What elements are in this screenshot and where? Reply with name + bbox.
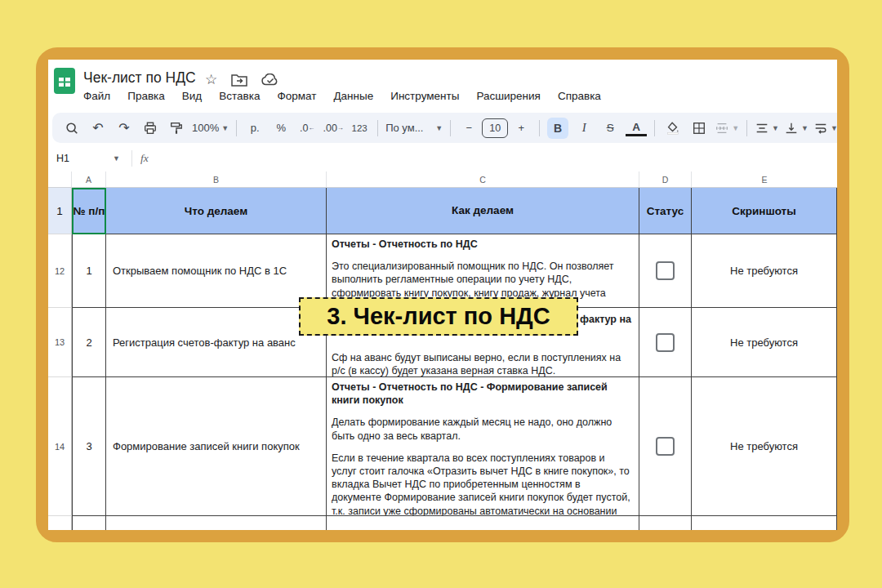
chevron-down-icon: ▼ [772,124,779,132]
italic-button[interactable]: I [573,118,595,139]
menu-tools[interactable]: Инструменты [390,90,459,102]
cell-c12-paragraph: Это специализированный помощник по НДС. … [332,260,630,300]
col-header-a[interactable]: A [72,172,106,188]
menu-format[interactable]: Формат [277,90,316,102]
decrease-decimals-button[interactable]: .0← [296,118,318,139]
cell-b15[interactable] [106,516,327,530]
decrease-font-size-button[interactable]: − [458,118,479,139]
row-header-1[interactable]: 1 [48,188,72,234]
cell-e14[interactable]: Не требуются [692,377,837,516]
cell-d1[interactable]: Статус [639,188,692,234]
cell-b1[interactable]: Что делаем [106,188,327,234]
cell-d14[interactable] [639,377,692,516]
cell-c1[interactable]: Как делаем [327,188,639,234]
column-headers: A B C D E [48,172,837,188]
row-header-12[interactable]: 12 [48,234,72,308]
document-title[interactable]: Чек-лист по НДС [83,69,196,87]
bold-button[interactable]: B [547,118,568,139]
cell-d12[interactable] [639,234,692,308]
cell-name-box[interactable]: H1 ▼ [48,153,120,164]
currency-format-button[interactable]: р. [244,118,265,139]
cell-a12[interactable]: 1 [72,234,106,308]
more-formats-button[interactable]: 123 [349,118,370,139]
cell-e1[interactable]: Скриншоты [692,188,837,234]
font-size-input[interactable]: 10 [482,118,508,138]
star-icon[interactable]: ☆ [205,71,217,88]
move-folder-icon[interactable] [231,74,247,87]
undo-button[interactable]: ↶ [87,118,109,139]
fill-color-button[interactable] [662,118,684,139]
cell-e12[interactable]: Не требуются [692,234,837,308]
decrease-decimals-icon: .0 [300,122,308,134]
cell-b14[interactable]: Формирование записей книги покупок [106,377,327,516]
col-header-b[interactable]: B [106,172,327,188]
menu-edit[interactable]: Правка [127,90,165,102]
row-header-14[interactable]: 14 [48,377,72,516]
cell-b12[interactable]: Открываем помощник по НДС в 1С [106,234,327,308]
slide-title-overlay: 3. Чек-лист по НДС [299,297,578,336]
row-header-15[interactable] [48,516,72,530]
cell-b13[interactable]: Регистрация счетов-фактур на аванс [106,308,327,377]
increase-font-size-button[interactable]: + [510,118,532,139]
formula-input[interactable] [149,145,837,172]
menu-view[interactable]: Вид [182,90,202,102]
status-checkbox-14[interactable] [656,437,675,456]
col-header-c[interactable]: C [327,172,639,188]
paint-format-button[interactable] [166,118,187,139]
menu-extensions[interactable]: Расширения [476,90,541,102]
chevron-down-icon: ▼ [831,124,837,132]
font-select[interactable]: По ум... ▼ [385,118,443,139]
select-all-corner[interactable] [48,172,72,188]
cell-e13[interactable]: Не требуются [692,308,837,377]
table-header-row: 1 № п/п Что делаем Как делаем Статус Скр… [48,188,837,234]
merge-cells-icon [715,121,729,136]
cell-c14[interactable]: Отчеты - Отчетность по НДС - Формировани… [327,377,639,516]
horizontal-align-button[interactable]: ▼ [755,118,779,139]
merge-cells-button[interactable]: ▼ [715,118,739,139]
borders-icon [692,121,706,136]
cell-a15[interactable] [72,516,106,530]
cell-a1[interactable]: № п/п [72,188,106,234]
redo-icon: ↷ [118,120,129,136]
menu-help[interactable]: Справка [558,90,601,102]
cell-c13-paragraph: Сф на аванс будут выписаны верно, если в… [332,351,630,377]
sheet-grid: A B C D E 1 № п/п Что делаем Как делаем … [48,172,837,530]
menu-data[interactable]: Данные [333,90,373,102]
chevron-down-icon: ▼ [801,124,808,132]
cloud-status-icon[interactable] [261,74,279,86]
search-button[interactable] [61,118,82,139]
cell-c15[interactable] [327,516,639,530]
cell-d13[interactable] [639,308,692,377]
active-cell-reference: H1 [56,153,69,164]
row-header-13[interactable]: 13 [48,308,72,377]
menu-file[interactable]: Файл [83,90,110,102]
strikethrough-button[interactable]: S [599,118,621,139]
menu-insert[interactable]: Вставка [219,90,260,102]
increase-decimals-button[interactable]: .00→ [323,118,344,139]
horizontal-align-icon [755,121,769,136]
col-header-e[interactable]: E [692,172,837,188]
text-wrap-button[interactable]: ▼ [813,118,837,139]
percent-format-button[interactable]: % [270,118,292,139]
vertical-align-button[interactable]: ▼ [784,118,808,139]
chevron-down-icon: ▼ [732,124,739,132]
cell-a14[interactable]: 3 [72,377,106,516]
redo-button[interactable]: ↷ [114,118,135,139]
fill-color-icon [666,121,680,136]
print-button[interactable] [140,118,161,139]
status-checkbox-13[interactable] [656,333,675,352]
increase-decimals-icon: .00 [323,122,336,134]
cell-e15[interactable] [692,516,837,530]
borders-button[interactable] [688,118,710,139]
text-color-button[interactable]: A [626,119,647,136]
toolbar-divider [654,120,655,136]
google-sheets-app: Чек-лист по НДС ☆ Файл Правка Вид Вставк… [48,60,837,530]
status-checkbox-12[interactable] [656,261,675,280]
zoom-select[interactable]: 100% ▼ [192,118,229,139]
table-row-partial [48,516,837,530]
cell-a13[interactable]: 2 [72,308,106,377]
cell-c14-paragraph-1: Делать формирование каждый месяц не надо… [332,416,630,442]
toolbar-divider [236,120,237,136]
cell-d15[interactable] [639,516,692,530]
col-header-d[interactable]: D [639,172,692,188]
